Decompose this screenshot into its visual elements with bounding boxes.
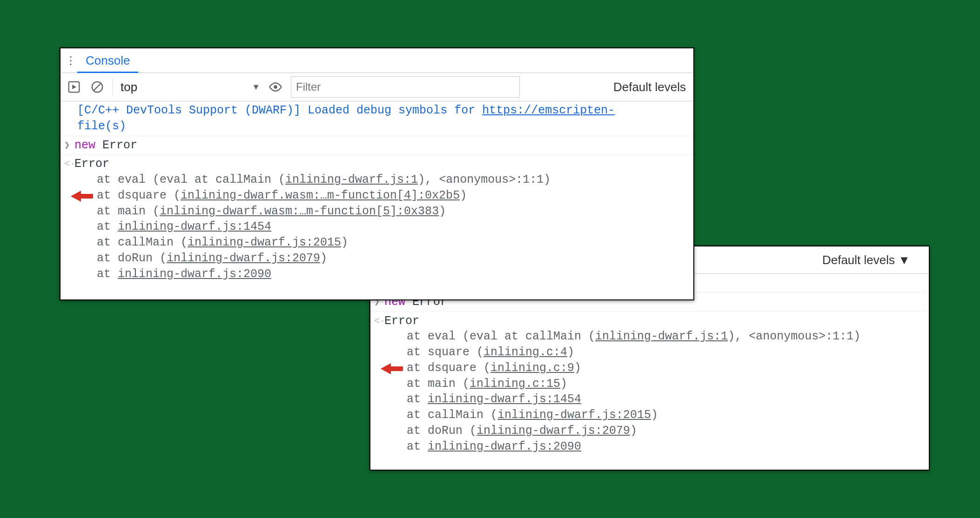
- console-log: debug symbols for https://ems ❯ new Erro…: [370, 274, 929, 456]
- frame-text: ): [320, 252, 327, 265]
- source-link[interactable]: inlining.c:4: [483, 345, 567, 359]
- source-link[interactable]: inlining-dwarf.js:2015: [188, 236, 341, 249]
- frame-text: ): [651, 408, 658, 422]
- frame-text: at square (: [407, 345, 483, 359]
- source-link[interactable]: inlining-dwarf.js:1454: [428, 392, 581, 406]
- source-link[interactable]: inlining-dwarf.js:2079: [477, 424, 630, 438]
- output-chevron-icon: <·: [374, 315, 385, 327]
- frame-text: at callMain (: [407, 408, 497, 422]
- log-levels-dropdown[interactable]: Default levels ▼: [822, 253, 910, 267]
- input-text: Error: [95, 139, 137, 152]
- chevron-down-icon: ▼: [252, 82, 260, 92]
- error-name: Error: [74, 157, 109, 171]
- svg-point-3: [274, 85, 277, 89]
- stack-frame: at doRun (inlining-dwarf.js:2079): [97, 251, 690, 266]
- frame-text: at main (: [407, 377, 470, 391]
- context-selector[interactable]: top ▼: [121, 80, 260, 94]
- highlight-arrow-icon: [71, 188, 93, 205]
- console-log: [C/C++ DevTools Support (DWARF)] Loaded …: [60, 101, 693, 283]
- dwarf-loaded-message: [C/C++ DevTools Support (DWARF)] Loaded …: [60, 101, 693, 136]
- stack-frame: at main (inlining.c:15): [407, 376, 925, 392]
- tab-console[interactable]: Console: [77, 48, 138, 73]
- frame-text: ): [341, 236, 348, 249]
- console-output-row[interactable]: <· Error at eval (eval at callMain (inli…: [60, 155, 693, 283]
- more-menu-icon[interactable]: ⋮: [64, 55, 77, 66]
- stack-frame: at eval (eval at callMain (inlining-dwar…: [407, 329, 925, 345]
- stack-frame: at dsquare (inlining-dwarf.wasm:…m-funct…: [97, 188, 690, 204]
- frame-text: ): [574, 361, 581, 375]
- error-name: Error: [384, 314, 419, 328]
- source-link[interactable]: inlining-dwarf.wasm:…m-function[4]:0x2b5: [181, 189, 460, 202]
- frame-text: at doRun (: [97, 252, 167, 265]
- frame-text: at dsquare (: [407, 361, 490, 375]
- svg-line-2: [94, 84, 101, 91]
- clear-console-icon[interactable]: [89, 79, 105, 95]
- stop-recording-icon[interactable]: [66, 79, 82, 95]
- source-link[interactable]: inlining.c:9: [490, 361, 574, 375]
- source-link[interactable]: inlining-dwarf.js:2090: [428, 440, 581, 453]
- stack-frame: at square (inlining.c:4): [407, 345, 925, 360]
- console-toolbar: top ▼ Default levels: [60, 73, 693, 101]
- tab-bar: ⋮ Console: [60, 48, 693, 73]
- frame-text: ): [560, 377, 567, 391]
- stack-frame: at callMain (inlining-dwarf.js:2015): [97, 235, 690, 251]
- symbols-url-link[interactable]: https://emscripten-: [482, 104, 615, 117]
- frame-text: ): [567, 345, 574, 359]
- source-link[interactable]: inlining-dwarf.js:1: [595, 330, 728, 343]
- context-value: top: [121, 80, 137, 94]
- stack-frame: at inlining-dwarf.js:2090: [97, 266, 690, 282]
- output-chevron-icon: <·: [64, 158, 75, 170]
- stack-frame: at dsquare (inlining.c:9): [407, 360, 925, 376]
- stack-frame: at inlining-dwarf.js:1454: [407, 392, 925, 407]
- source-link[interactable]: inlining-dwarf.js:1: [285, 173, 418, 186]
- frame-text: at doRun (: [407, 424, 477, 438]
- source-link[interactable]: inlining-dwarf.js:2079: [167, 252, 320, 265]
- frame-text: at eval (eval at callMain (: [407, 330, 595, 343]
- source-link[interactable]: inlining.c:15: [470, 377, 560, 391]
- frame-text: at: [97, 267, 118, 281]
- filter-input[interactable]: [291, 76, 520, 98]
- frame-text: at dsquare (: [97, 189, 181, 202]
- input-chevron-icon: ❯: [64, 139, 70, 152]
- frame-text: at main (: [97, 205, 160, 218]
- frame-text: at: [97, 220, 118, 233]
- stack-frame: at main (inlining-dwarf.wasm:…m-function…: [97, 204, 690, 219]
- frame-text: ): [439, 205, 446, 218]
- frame-text: ), <anonymous>:1:1): [728, 330, 860, 343]
- keyword-new: new: [74, 139, 95, 152]
- stack-frame: at inlining-dwarf.js:1454: [97, 219, 690, 235]
- highlight-arrow-icon: [381, 360, 403, 377]
- source-link[interactable]: inlining-dwarf.wasm:…m-function[5]:0x383: [160, 205, 439, 218]
- eye-live-expression-icon[interactable]: [268, 79, 283, 95]
- source-link[interactable]: inlining-dwarf.js:2090: [118, 267, 271, 281]
- stack-frame: at doRun (inlining-dwarf.js:2079): [407, 423, 925, 439]
- frame-text: ), <anonymous>:1:1): [418, 173, 550, 186]
- stack-frame: at eval (eval at callMain (inlining-dwar…: [97, 172, 690, 188]
- message-text: [C/C++ DevTools Support (DWARF)] Loaded …: [77, 104, 482, 117]
- frame-text: at eval (eval at callMain (: [97, 173, 285, 186]
- console-output-row[interactable]: <· Error at eval (eval at callMain (inli…: [370, 312, 929, 456]
- message-text-line2: file(s): [77, 120, 126, 133]
- frame-text: ): [630, 424, 637, 438]
- devtools-panel-before: ⋮ Console top ▼ Default levels [C/C++ De…: [60, 47, 694, 300]
- frame-text: at: [407, 440, 428, 453]
- stack-trace: at eval (eval at callMain (inlining-dwar…: [384, 329, 925, 454]
- stack-trace: at eval (eval at callMain (inlining-dwar…: [74, 172, 690, 282]
- stack-frame: at callMain (inlining-dwarf.js:2015): [407, 407, 925, 423]
- frame-text: at: [407, 392, 428, 406]
- log-levels-dropdown[interactable]: Default levels: [613, 80, 686, 94]
- frame-text: ): [460, 189, 467, 202]
- source-link[interactable]: inlining-dwarf.js:1454: [118, 220, 271, 233]
- stack-frame: at inlining-dwarf.js:2090: [407, 439, 925, 455]
- console-input-row[interactable]: ❯ new Error: [60, 136, 693, 155]
- source-link[interactable]: inlining-dwarf.js:2015: [497, 408, 651, 422]
- frame-text: at callMain (: [97, 236, 188, 249]
